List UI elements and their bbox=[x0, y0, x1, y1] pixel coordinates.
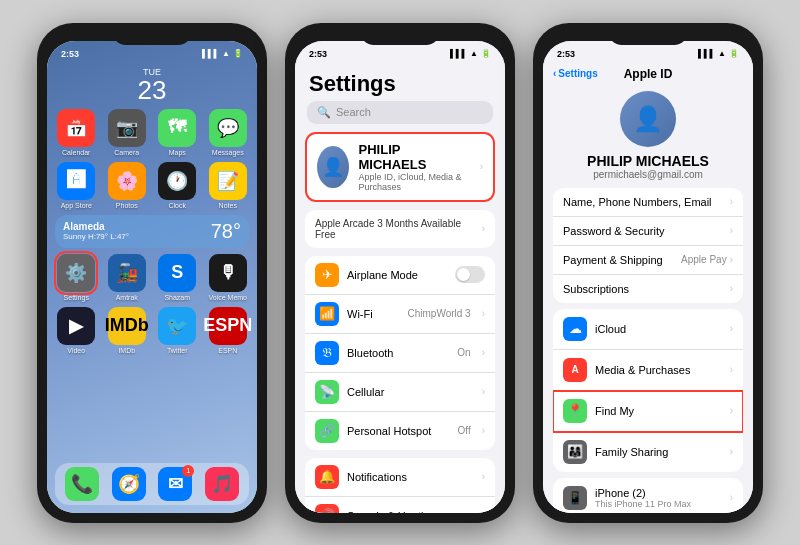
row-icloud[interactable]: ☁ iCloud › bbox=[553, 309, 743, 350]
row-payment-shipping[interactable]: Payment & Shipping Apple Pay › bbox=[553, 246, 743, 275]
app-messages[interactable]: 💬 Messages bbox=[207, 109, 250, 156]
app-twitter[interactable]: 🐦 Twitter bbox=[156, 307, 199, 354]
row-notifications[interactable]: 🔔 Notifications › bbox=[305, 458, 495, 497]
sounds-chevron: › bbox=[482, 510, 485, 513]
safari-icon: 🧭 bbox=[112, 467, 146, 501]
iphone1-icon: 📱 bbox=[563, 486, 587, 510]
time-3: 2:53 bbox=[557, 49, 575, 59]
row-cellular[interactable]: 📡 Cellular › bbox=[305, 373, 495, 412]
maps-icon: 🗺 bbox=[158, 109, 196, 147]
app-calendar[interactable]: 📅 Calendar bbox=[55, 109, 98, 156]
photos-icon: 🌸 bbox=[108, 162, 146, 200]
dock-safari[interactable]: 🧭 bbox=[112, 467, 146, 501]
app-video[interactable]: ▶ Video bbox=[55, 307, 98, 354]
promo-cell[interactable]: Apple Arcade 3 Months Available Free › bbox=[305, 210, 495, 248]
big-avatar: 👤 bbox=[620, 91, 676, 147]
time-2: 2:53 bbox=[309, 49, 327, 59]
voicememo-icon: 🎙 bbox=[209, 254, 247, 292]
app-grid-row2: 🅰 App Store 🌸 Photos 🕐 Clock 📝 Notes bbox=[47, 162, 257, 209]
media-chevron: › bbox=[730, 364, 733, 375]
twitter-icon: 🐦 bbox=[158, 307, 196, 345]
iphone1-chevron: › bbox=[730, 492, 733, 503]
weather-widget: Alameda Sunny H:79° L:47° 78° bbox=[55, 215, 249, 248]
cellular-chevron: › bbox=[482, 386, 485, 397]
hotspot-label: Personal Hotspot bbox=[347, 425, 450, 437]
imdb-icon: IMDb bbox=[108, 307, 146, 345]
app-photos[interactable]: 🌸 Photos bbox=[106, 162, 149, 209]
big-email: permichaels@gmail.com bbox=[593, 169, 703, 180]
app-espn[interactable]: ESPN ESPN bbox=[207, 307, 250, 354]
app-amtrak[interactable]: 🚂 Amtrak bbox=[106, 254, 149, 301]
wifi-chevron: › bbox=[482, 308, 485, 319]
subscriptions-chevron: › bbox=[730, 283, 733, 294]
phone-icon: 📞 bbox=[65, 467, 99, 501]
dock-mail[interactable]: ✉ 1 bbox=[158, 467, 192, 501]
notch-2 bbox=[360, 23, 440, 45]
calendar-icon: 📅 bbox=[57, 109, 95, 147]
appleid-group-basic: Name, Phone Numbers, Email › Password & … bbox=[553, 188, 743, 303]
app-maps[interactable]: 🗺 Maps bbox=[156, 109, 199, 156]
row-subscriptions[interactable]: Subscriptions › bbox=[553, 275, 743, 303]
phone-2: 2:53 ▌▌▌ ▲ 🔋 Settings 🔍 Search 👤 PHILIP … bbox=[285, 23, 515, 523]
airplane-toggle[interactable] bbox=[455, 266, 485, 283]
app-imdb[interactable]: IMDb IMDb bbox=[106, 307, 149, 354]
row-media-purchases[interactable]: A Media & Purchases › bbox=[553, 350, 743, 391]
app-settings[interactable]: ⚙️ Settings bbox=[55, 254, 98, 301]
password-chevron: › bbox=[730, 225, 733, 236]
row-name-phones[interactable]: Name, Phone Numbers, Email › bbox=[553, 188, 743, 217]
row-find-my[interactable]: 📍 Find My › bbox=[553, 391, 743, 432]
subscriptions-label: Subscriptions bbox=[563, 283, 629, 295]
appleid-profile-header: 👤 PHILIP MICHAELS permichaels@gmail.com bbox=[543, 85, 753, 188]
search-icon: 🔍 bbox=[317, 106, 331, 119]
hotspot-value: Off bbox=[458, 425, 471, 436]
sounds-icon: 🔊 bbox=[315, 504, 339, 513]
bluetooth-icon: 𝔅 bbox=[315, 341, 339, 365]
espn-icon: ESPN bbox=[209, 307, 247, 345]
nav-back-button[interactable]: ‹ Settings bbox=[553, 68, 598, 79]
bluetooth-value: On bbox=[457, 347, 470, 358]
app-grid-row4: ▶ Video IMDb IMDb 🐦 Twitter ESPN ESPN bbox=[47, 307, 257, 354]
settings-profile-cell[interactable]: 👤 PHILIP MICHAELS Apple ID, iCloud, Medi… bbox=[305, 132, 495, 202]
promo-chevron: › bbox=[482, 223, 485, 234]
messages-icon: 💬 bbox=[209, 109, 247, 147]
notch-1 bbox=[112, 23, 192, 45]
name-chevron: › bbox=[730, 196, 733, 207]
settings-search[interactable]: 🔍 Search bbox=[307, 101, 493, 124]
familysharing-icon: 👨‍👩‍👧 bbox=[563, 440, 587, 464]
phone-2-screen: 2:53 ▌▌▌ ▲ 🔋 Settings 🔍 Search 👤 PHILIP … bbox=[295, 41, 505, 513]
row-family-sharing[interactable]: 👨‍👩‍👧 Family Sharing › bbox=[553, 432, 743, 472]
row-bluetooth[interactable]: 𝔅 Bluetooth On › bbox=[305, 334, 495, 373]
row-airplane[interactable]: ✈ Airplane Mode bbox=[305, 256, 495, 295]
row-hotspot[interactable]: 🔗 Personal Hotspot Off › bbox=[305, 412, 495, 450]
signal-2: ▌▌▌ bbox=[450, 49, 467, 58]
battery-3: 🔋 bbox=[729, 49, 739, 58]
app-grid-row1: 📅 Calendar 📷 Camera 🗺 Maps 💬 Messages bbox=[47, 109, 257, 156]
dock-phone[interactable]: 📞 bbox=[65, 467, 99, 501]
app-camera[interactable]: 📷 Camera bbox=[106, 109, 149, 156]
app-voicememo[interactable]: 🎙 Voice Memo bbox=[207, 254, 250, 301]
app-clock[interactable]: 🕐 Clock bbox=[156, 162, 199, 209]
app-shazam[interactable]: S Shazam bbox=[156, 254, 199, 301]
app-appstore[interactable]: 🅰 App Store bbox=[55, 162, 98, 209]
row-sounds[interactable]: 🔊 Sounds & Haptics › bbox=[305, 497, 495, 513]
row-iphone-1[interactable]: 📱 iPhone (2) This iPhone 11 Pro Max › bbox=[553, 478, 743, 513]
date-widget: TUE 23 bbox=[47, 67, 257, 103]
row-password-security[interactable]: Password & Security › bbox=[553, 217, 743, 246]
icloud-chevron: › bbox=[730, 323, 733, 334]
payment-chevron: › bbox=[730, 254, 733, 265]
wifi-label: Wi-Fi bbox=[347, 308, 399, 320]
settings-group-notifications: 🔔 Notifications › 🔊 Sounds & Haptics › 🌙… bbox=[305, 458, 495, 513]
wifi-value: ChimpWorld 3 bbox=[407, 308, 470, 319]
iphone1-sub: This iPhone 11 Pro Max bbox=[595, 499, 691, 509]
weather-sub: Sunny H:79° L:47° bbox=[63, 232, 129, 241]
dock-music[interactable]: 🎵 bbox=[205, 467, 239, 501]
camera-icon: 📷 bbox=[108, 109, 146, 147]
row-wifi[interactable]: 📶 Wi-Fi ChimpWorld 3 › bbox=[305, 295, 495, 334]
profile-chevron: › bbox=[480, 161, 483, 172]
airplane-label: Airplane Mode bbox=[347, 269, 447, 281]
appstore-icon: 🅰 bbox=[57, 162, 95, 200]
app-notes[interactable]: 📝 Notes bbox=[207, 162, 250, 209]
notifications-chevron: › bbox=[482, 471, 485, 482]
amtrak-icon: 🚂 bbox=[108, 254, 146, 292]
hotspot-icon: 🔗 bbox=[315, 419, 339, 443]
